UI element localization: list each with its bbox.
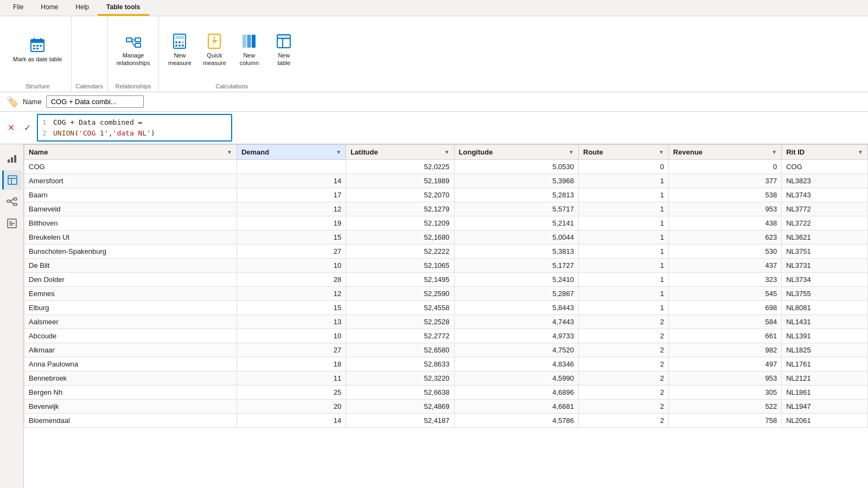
tab-home[interactable]: Home bbox=[32, 0, 67, 16]
table-cell-1-5: 377 bbox=[668, 174, 781, 188]
table-row: Breukelen Ut1552,16805,00441623NL3621 bbox=[24, 230, 868, 245]
name-col-arrow[interactable]: ▼ bbox=[227, 149, 232, 155]
formula-bar: ✕ ✓ 1 COG + Data combined = 2 UNION('COG… bbox=[0, 112, 868, 144]
table-cell-6-1: 27 bbox=[237, 245, 346, 259]
demand-col-arrow[interactable]: ▼ bbox=[336, 149, 341, 155]
formula-line-2: 2 UNION('COG 1','data NL') bbox=[42, 128, 227, 139]
svg-line-13 bbox=[132, 40, 133, 46]
new-table-label: Newtable bbox=[277, 52, 290, 66]
table-cell-12-0: Abcoude bbox=[24, 329, 237, 343]
table-cell-8-1: 28 bbox=[237, 273, 346, 287]
table-cell-5-6: NL3621 bbox=[782, 230, 868, 245]
svg-line-40 bbox=[10, 199, 14, 201]
formula-cancel-button[interactable]: ✕ bbox=[4, 121, 17, 134]
svg-rect-11 bbox=[135, 43, 141, 47]
report-view-button[interactable] bbox=[2, 149, 22, 168]
latitude-col-arrow[interactable]: ▼ bbox=[444, 149, 450, 155]
table-cell-9-2: 52,2590 bbox=[346, 287, 454, 301]
table-cell-15-2: 52,3220 bbox=[346, 371, 454, 386]
data-view-button[interactable] bbox=[2, 170, 22, 190]
svg-rect-30 bbox=[277, 35, 290, 38]
tab-file[interactable]: File bbox=[4, 0, 32, 16]
sidebar-icons bbox=[0, 144, 24, 488]
table-cell-7-0: De Bilt bbox=[24, 259, 237, 273]
table-cell-12-5: 661 bbox=[668, 329, 781, 343]
table-cell-0-2: 52,0225 bbox=[346, 160, 454, 174]
longitude-col-arrow[interactable]: ▼ bbox=[569, 149, 574, 155]
table-row: Den Dolder2852,14955,24101323NL3734 bbox=[24, 273, 868, 287]
svg-line-41 bbox=[10, 201, 14, 204]
table-cell-7-6: NL3731 bbox=[782, 259, 868, 273]
new-table-button[interactable]: Newtable bbox=[267, 30, 300, 68]
table-cell-13-1: 27 bbox=[237, 343, 346, 357]
svg-rect-34 bbox=[8, 176, 17, 184]
ritid-col-arrow[interactable]: ▼ bbox=[858, 149, 863, 155]
col-name-header[interactable]: Name ▼ bbox=[24, 145, 237, 160]
table-cell-16-0: Bergen Nh bbox=[24, 386, 237, 400]
tab-help[interactable]: Help bbox=[67, 0, 98, 16]
table-cell-18-5: 758 bbox=[668, 414, 781, 428]
table-row: Amersfoort1452,18895,39681377NL3823 bbox=[24, 174, 868, 188]
table-cell-2-0: Baarn bbox=[24, 188, 237, 202]
table-cell-5-4: 1 bbox=[579, 230, 669, 245]
col-longitude-header[interactable]: Longitude ▼ bbox=[454, 145, 578, 160]
table-cell-2-2: 52,2070 bbox=[346, 188, 454, 202]
table-cell-0-1 bbox=[237, 160, 346, 174]
table-cell-15-6: NL2121 bbox=[782, 371, 868, 386]
col-demand-header[interactable]: Demand ▼ bbox=[237, 145, 346, 160]
col-route-header[interactable]: Route ▼ bbox=[579, 145, 669, 160]
route-col-arrow[interactable]: ▼ bbox=[659, 149, 664, 155]
svg-rect-8 bbox=[36, 48, 39, 49]
table-svg bbox=[275, 33, 292, 50]
tab-table-tools[interactable]: Table tools bbox=[98, 0, 149, 16]
table-cell-10-4: 1 bbox=[579, 301, 669, 315]
table-cell-2-3: 5,2813 bbox=[454, 188, 578, 202]
table-cell-3-0: Barneveld bbox=[24, 202, 237, 216]
table-row: Bloemendaal1452,41874,57862758NL2061 bbox=[24, 414, 868, 428]
svg-rect-25 bbox=[247, 35, 251, 48]
col-ritid-header[interactable]: Rit ID ▼ bbox=[782, 145, 868, 160]
table-cell-8-6: NL3734 bbox=[782, 273, 868, 287]
table-row: Alkmaar2752,65804,75202982NL1825 bbox=[24, 343, 868, 357]
table-cell-6-6: NL3751 bbox=[782, 245, 868, 259]
new-measure-label: Newmeasure bbox=[168, 52, 192, 66]
table-cell-7-3: 5,1727 bbox=[454, 259, 578, 273]
name-bar-input[interactable] bbox=[46, 95, 144, 108]
formula-editor[interactable]: 1 COG + Data combined = 2 UNION('COG 1',… bbox=[37, 114, 232, 142]
table-cell-4-3: 5,2141 bbox=[454, 216, 578, 230]
calendar-icon bbox=[29, 36, 46, 54]
table-cell-8-3: 5,2410 bbox=[454, 273, 578, 287]
svg-rect-16 bbox=[175, 36, 184, 39]
table-cell-11-1: 13 bbox=[237, 315, 346, 329]
table-cell-11-5: 584 bbox=[668, 315, 781, 329]
chart-icon bbox=[7, 153, 17, 164]
new-measure-button[interactable]: Newmeasure bbox=[163, 30, 196, 68]
table-cell-3-1: 12 bbox=[237, 202, 346, 216]
table-cell-4-2: 52,1209 bbox=[346, 216, 454, 230]
table-cell-16-4: 2 bbox=[579, 386, 669, 400]
col-latitude-header[interactable]: Latitude ▼ bbox=[346, 145, 454, 160]
revenue-col-arrow[interactable]: ▼ bbox=[771, 149, 777, 155]
dax-query-button[interactable] bbox=[2, 214, 22, 233]
table-cell-18-4: 2 bbox=[579, 414, 669, 428]
table-cell-12-3: 4,9733 bbox=[454, 329, 578, 343]
manage-relationships-label: Managerelationships bbox=[117, 52, 150, 66]
table-cell-17-0: Beverwijk bbox=[24, 400, 237, 414]
table-cell-5-5: 623 bbox=[668, 230, 781, 245]
quick-calc-svg bbox=[206, 33, 223, 50]
new-column-button[interactable]: Newcolumn bbox=[233, 30, 265, 68]
formula-confirm-button[interactable]: ✓ bbox=[21, 121, 34, 134]
mark-date-table-button[interactable]: Mark as date table bbox=[9, 34, 67, 65]
ribbon-section-structure: Mark as date table Structure bbox=[4, 16, 72, 92]
table-cell-8-0: Den Dolder bbox=[24, 273, 237, 287]
table-row: Abcoude1052,27724,97332661NL1391 bbox=[24, 329, 868, 343]
table-cell-0-3: 5,0530 bbox=[454, 160, 578, 174]
mark-date-table-label: Mark as date table bbox=[13, 56, 62, 63]
table-cell-9-5: 545 bbox=[668, 287, 781, 301]
svg-rect-39 bbox=[14, 203, 17, 206]
col-revenue-header[interactable]: Revenue ▼ bbox=[668, 145, 781, 160]
model-view-button[interactable] bbox=[2, 192, 22, 211]
ribbon-section-calculations: Newmeasure Quickmeasure bbox=[159, 16, 304, 92]
manage-relationships-button[interactable]: Managerelationships bbox=[112, 30, 155, 68]
quick-measure-button[interactable]: Quickmeasure bbox=[198, 30, 231, 68]
